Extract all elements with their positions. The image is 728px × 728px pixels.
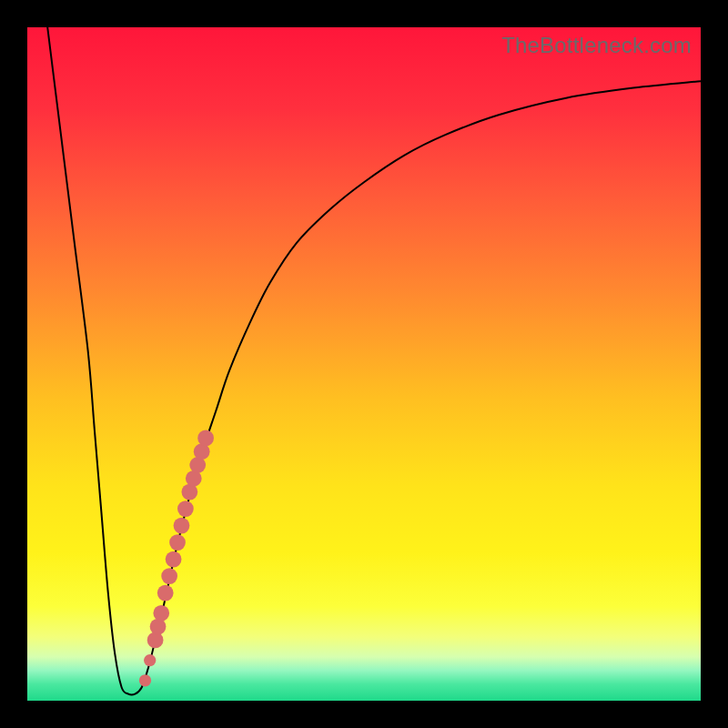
highlight-dot (161, 568, 177, 584)
highlight-dot (150, 619, 167, 635)
highlight-dot (157, 585, 174, 602)
highlight-dot (147, 632, 164, 649)
watermark-text: TheBottleneck.com (501, 33, 692, 58)
bottleneck-curve (47, 27, 701, 695)
plot-area: TheBottleneck.com (27, 27, 701, 701)
chart-frame: TheBottleneck.com (0, 0, 728, 728)
highlight-dot (169, 534, 186, 551)
chart-svg (27, 27, 701, 701)
highlight-dot (174, 518, 190, 534)
highlight-dot (153, 605, 169, 622)
highlight-dot (139, 674, 151, 686)
highlight-dot (166, 551, 182, 568)
highlight-dot (144, 654, 156, 666)
highlight-dot (177, 500, 194, 517)
highlight-dots-group (139, 430, 214, 687)
highlight-dot (197, 430, 214, 447)
